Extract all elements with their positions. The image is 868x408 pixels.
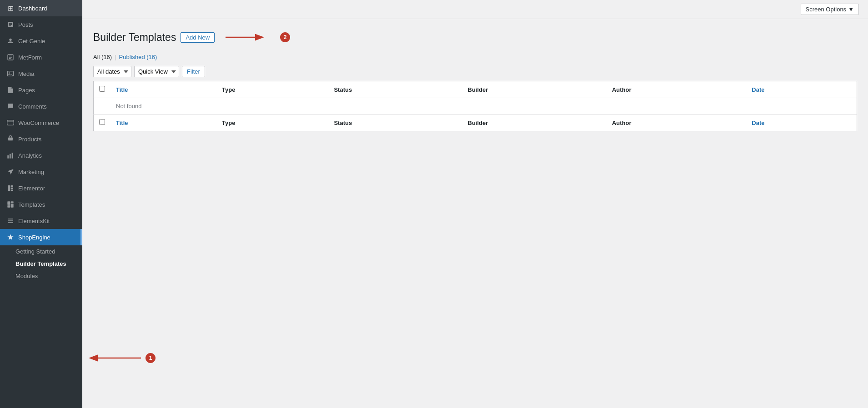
table-row-not-found: Not found xyxy=(94,98,857,114)
main-area: Screen Options ▼ Builder Templates Add N… xyxy=(82,0,868,408)
filter-links: All (16) | Published (16) xyxy=(93,54,857,60)
dashboard-icon: ⊞ xyxy=(6,4,15,12)
filter-separator: | xyxy=(115,54,116,60)
elementor-icon xyxy=(6,184,15,192)
svg-rect-18 xyxy=(11,204,14,208)
table-footer-row: Title Type Status Builder Author Date xyxy=(94,114,857,131)
annotation-1: 1 xyxy=(146,353,156,363)
select-all-checkbox[interactable] xyxy=(99,86,105,92)
submenu-item-modules[interactable]: Modules xyxy=(0,270,82,282)
sidebar-item-label: MetForm xyxy=(18,54,42,61)
sidebar-item-elementskit[interactable]: ElementsKit xyxy=(0,213,82,229)
svg-rect-15 xyxy=(7,201,10,204)
shopengine-icon xyxy=(6,233,15,241)
submenu-item-getting-started[interactable]: Getting Started xyxy=(0,245,82,258)
select-all-footer-checkbox[interactable] xyxy=(99,119,105,125)
sidebar-item-label: Pages xyxy=(18,87,35,94)
filter-link-published[interactable]: Published (16) xyxy=(119,54,157,60)
annotation-arrow-1 xyxy=(82,349,146,367)
add-new-button[interactable]: Add New xyxy=(181,32,215,43)
page-header: Builder Templates Add New 2 xyxy=(93,28,857,46)
footer-status-col: Status xyxy=(328,114,462,131)
footer-builder-col: Builder xyxy=(462,114,607,131)
column-header-type: Type xyxy=(216,81,328,98)
filter-toolbar: All dates Quick View Filter xyxy=(93,66,857,77)
submenu-item-builder-templates[interactable]: Builder Templates xyxy=(0,258,82,270)
footer-title-col[interactable]: Title xyxy=(110,114,216,131)
submenu-label: Getting Started xyxy=(15,248,55,255)
builder-templates-table: Title Type Status Builder Author Date No… xyxy=(93,81,857,131)
sidebar-item-analytics[interactable]: Analytics xyxy=(0,147,82,164)
sidebar-item-label: Posts xyxy=(18,21,33,28)
svg-point-0 xyxy=(9,39,11,41)
sidebar-item-products[interactable]: Products xyxy=(0,131,82,147)
not-found-checkbox-cell xyxy=(94,98,111,114)
svg-rect-17 xyxy=(7,205,10,208)
svg-rect-5 xyxy=(7,71,13,76)
get-genie-icon xyxy=(6,37,15,45)
pages-icon xyxy=(6,86,15,94)
annotation-1-container: 1 xyxy=(82,349,156,367)
column-header-date[interactable]: Date xyxy=(746,81,857,98)
sidebar-item-marketing[interactable]: Marketing xyxy=(0,164,82,180)
topbar: Screen Options ▼ xyxy=(82,0,868,19)
filter-link-all[interactable]: All (16) xyxy=(93,54,112,60)
screen-options-button[interactable]: Screen Options ▼ xyxy=(801,4,859,15)
annotation-2: 2 xyxy=(280,32,290,42)
sidebar: ⊞ Dashboard Posts Get Genie MetForm Medi… xyxy=(0,0,82,408)
svg-rect-16 xyxy=(11,201,14,203)
sidebar-item-dashboard[interactable]: ⊞ Dashboard xyxy=(0,0,82,16)
woocommerce-icon xyxy=(6,119,15,127)
sidebar-item-pages[interactable]: Pages xyxy=(0,82,82,98)
analytics-icon xyxy=(6,151,15,159)
svg-rect-10 xyxy=(12,153,13,159)
column-header-title[interactable]: Title xyxy=(110,81,216,98)
column-header-status: Status xyxy=(328,81,462,98)
submenu-label: Builder Templates xyxy=(15,260,66,267)
sidebar-item-comments[interactable]: Comments xyxy=(0,98,82,114)
table-header-row: Title Type Status Builder Author Date xyxy=(94,81,857,98)
column-header-author: Author xyxy=(607,81,746,98)
date-filter-select[interactable]: All dates xyxy=(93,66,131,77)
sidebar-item-woocommerce[interactable]: WooCommerce xyxy=(0,114,82,131)
comments-icon xyxy=(6,102,15,110)
posts-icon xyxy=(6,20,15,29)
sidebar-item-media[interactable]: Media xyxy=(0,65,82,82)
select-all-footer-header xyxy=(94,114,111,131)
templates-icon xyxy=(6,200,15,209)
select-all-header xyxy=(94,81,111,98)
svg-rect-9 xyxy=(10,154,11,159)
marketing-icon xyxy=(6,168,15,176)
footer-date-col[interactable]: Date xyxy=(746,114,857,131)
footer-author-col: Author xyxy=(607,114,746,131)
sidebar-item-metform[interactable]: MetForm xyxy=(0,49,82,65)
products-icon xyxy=(6,135,15,143)
sidebar-item-label: Comments xyxy=(18,103,47,110)
media-icon xyxy=(6,70,15,78)
page-title: Builder Templates xyxy=(93,31,176,44)
sidebar-item-posts[interactable]: Posts xyxy=(0,16,82,33)
sidebar-item-get-genie[interactable]: Get Genie xyxy=(0,33,82,49)
not-found-message: Not found xyxy=(110,98,857,114)
sidebar-item-label: Dashboard xyxy=(18,5,47,12)
sidebar-item-label: Products xyxy=(18,136,41,143)
sidebar-item-label: ShopEngine xyxy=(18,234,50,241)
sidebar-item-label: Get Genie xyxy=(18,38,45,45)
elementskit-icon xyxy=(6,217,15,225)
sidebar-item-label: Analytics xyxy=(18,152,42,159)
metform-icon xyxy=(6,53,15,61)
svg-rect-14 xyxy=(11,189,13,191)
submenu-label: Modules xyxy=(15,273,38,279)
sidebar-item-templates[interactable]: Templates xyxy=(0,196,82,213)
screen-options-label: Screen Options xyxy=(806,6,847,13)
column-header-builder: Builder xyxy=(462,81,607,98)
filter-button[interactable]: Filter xyxy=(182,66,205,77)
sidebar-item-label: Media xyxy=(18,70,34,77)
sidebar-item-label: WooCommerce xyxy=(18,119,59,126)
sidebar-item-shopengine[interactable]: ShopEngine xyxy=(0,229,82,245)
view-filter-select[interactable]: Quick View xyxy=(134,66,179,77)
sidebar-item-label: Marketing xyxy=(18,169,44,175)
sidebar-item-elementor[interactable]: Elementor xyxy=(0,180,82,196)
chevron-down-icon: ▼ xyxy=(848,6,854,13)
svg-rect-12 xyxy=(11,185,13,187)
